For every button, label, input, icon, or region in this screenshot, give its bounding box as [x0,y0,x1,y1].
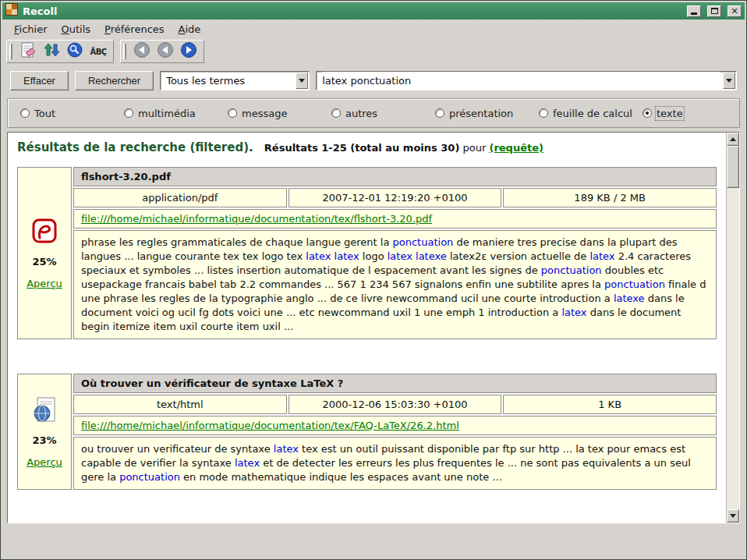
close-button[interactable]: ✕ [728,5,742,17]
result-mime-type: application/pdf [73,188,287,207]
result-item: 25% Aperçu flshort-3.20.pdf application/… [16,165,718,341]
highlighted-term: latex latex [306,250,359,262]
minimize-button[interactable] [687,5,701,17]
next-page-button[interactable] [178,42,200,61]
update-index-icon [43,41,60,62]
results-view: Résultats de la recherche (filtered). Ré… [8,133,726,523]
search-input[interactable] [322,72,720,90]
pdf-file-icon [31,218,58,246]
toolbar-nav-group [120,40,204,63]
result-date: 2007-12-01 12:19:20 +0100 [289,188,502,207]
highlighted-term: ponctuation [541,264,602,276]
first-page-icon [133,41,150,62]
highlighted-term: latex [274,443,299,455]
menu-item-aide[interactable]: Aide [172,22,208,37]
filter-radio-autres[interactable]: autres [331,108,435,119]
result-abstract: phrase les regles grammaticales de chaqu… [73,230,717,339]
toolbar-grip[interactable] [123,44,126,59]
term-explorer-button[interactable]: ÂBÇ [87,42,109,61]
close-icon: ✕ [731,7,738,16]
filter-radio-tout[interactable]: Tout [20,108,124,119]
highlighted-term: latex [589,250,614,262]
filter-radio-multimedia[interactable]: multimédia [124,108,228,119]
results-panel: Résultats de la recherche (filtered). Ré… [7,132,740,523]
result-mime-type: text/html [73,395,287,414]
radio-icon [331,108,341,118]
result-title: Où trouver un vérificateur de syntaxe La… [73,374,717,393]
result-abstract: ou trouver un verificateur de syntaxe la… [73,437,717,490]
term-explorer-icon: ÂBÇ [90,48,106,56]
results-title: Résultats de la recherche (filtered). [17,140,253,154]
clear-search-button[interactable] [17,42,39,61]
highlighted-term: latex [235,457,260,469]
filter-panel: Tout multimédia message autres présentat… [7,98,740,128]
chevron-down-icon[interactable] [723,73,735,89]
menu-item-outils[interactable]: Outils [55,22,98,37]
search-mode-value: Tous les termes [166,75,245,87]
result-side-cell: 23% Aperçu [17,374,72,490]
minimize-icon [691,12,697,15]
abstract-segment: en mode mathematique indique les espaces… [180,471,502,483]
first-page-button[interactable] [131,42,153,61]
result-side-cell: 25% Aperçu [17,167,72,339]
menu-item-fichier[interactable]: Fichier [7,22,55,37]
preview-link[interactable]: Aperçu [27,456,62,468]
window-title: Recoll [23,5,681,17]
query-link[interactable]: (requête) [489,142,543,154]
results-count: Résultats 1-25 (total au moins 30) pour … [264,142,543,154]
recoll-logo-icon [5,3,18,19]
clear-button[interactable]: Effacer [10,71,69,90]
toolbar: ÂBÇ [2,38,745,65]
previous-page-icon [157,41,174,62]
scroll-thumb[interactable] [727,146,739,188]
filter-radio-texte[interactable]: texte [643,108,683,119]
search-button[interactable]: Rechercher [75,71,154,90]
menu-item-preferences[interactable]: Préférences [97,22,171,37]
radio-icon [20,108,30,118]
filter-radio-message[interactable]: message [228,108,331,119]
result-size: 1 KB [503,395,717,414]
maximize-icon [711,8,718,14]
results-list: 25% Aperçu flshort-3.20.pdf application/… [16,165,718,491]
relevance-percent: 23% [32,434,56,446]
results-header: Résultats de la recherche (filtered). Ré… [17,140,717,154]
abstract-segment: latex2ε version actuelle de [447,250,590,262]
recoll-window: Recoll ✕ FichierOutilsPréférencesAide [0,0,747,560]
update-index-button[interactable] [41,42,62,61]
highlighted-term: ponctuation [393,236,454,248]
highlighted-term: ponctuation [604,278,665,290]
maximize-button[interactable] [707,5,721,17]
result-date: 2000-12-06 15:03:30 +0100 [289,395,502,414]
chevron-down-icon[interactable] [296,73,308,89]
toolbar-main-group: ÂBÇ [6,40,114,63]
arrow-down-icon [730,514,736,518]
filter-radio-presentation[interactable]: présentation [435,108,539,119]
relevance-percent: 25% [32,256,56,268]
results-scrollbar[interactable] [726,133,739,523]
abstract-segment: phrase les regles grammaticales de chaqu… [81,236,393,248]
radio-icon [228,108,237,118]
search-mode-select[interactable]: Tous les termes [160,71,310,90]
run-query-button[interactable] [64,42,86,61]
previous-page-button[interactable] [154,42,176,61]
toolbar-grip[interactable] [9,44,12,59]
filter-radio-feuille-de-calcul[interactable]: feuille de calcul [539,108,643,119]
preview-link[interactable]: Aperçu [27,278,62,289]
scroll-down-button[interactable] [727,509,739,523]
search-icon [66,41,83,62]
highlighted-term: latex [561,307,586,318]
radio-icon [643,108,652,118]
result-item: 23% Aperçu Où trouver un vérificateur de… [16,372,718,491]
result-title: flshort-3.20.pdf [73,167,717,186]
scroll-up-button[interactable] [727,133,739,146]
result-url-link[interactable]: file:///home/michael/informatique/docume… [81,213,432,225]
highlighted-term: latexe [614,292,645,304]
abstract-segment: ou trouver un verificateur de syntaxe [81,443,274,455]
title-bar[interactable]: Recoll ✕ [2,2,745,19]
query-combo[interactable] [316,71,737,90]
scroll-track[interactable] [727,188,739,509]
next-page-icon [180,41,197,62]
radio-icon [435,108,444,118]
result-url-link[interactable]: file:///home/michael/informatique/docume… [81,420,459,431]
html-file-icon [31,396,58,424]
